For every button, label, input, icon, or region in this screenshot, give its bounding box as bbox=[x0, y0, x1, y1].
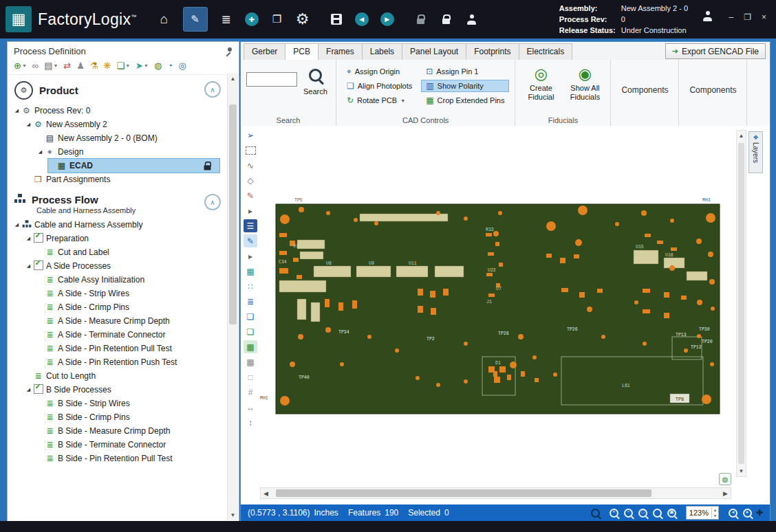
close-button[interactable]: × bbox=[762, 12, 766, 22]
expand-draw-icon[interactable]: ▸ bbox=[244, 250, 257, 263]
tree-item[interactable]: ◢Cable and Harness Assembly bbox=[13, 218, 226, 232]
tree-item[interactable]: ▦ECAD bbox=[48, 159, 219, 173]
flask-icon[interactable]: ⚗ bbox=[90, 61, 98, 70]
collapse-process-flow-button[interactable]: ∧ bbox=[204, 194, 221, 210]
tree-item[interactable]: ≣Cable Assy Initialization bbox=[36, 273, 226, 287]
pin-icon[interactable] bbox=[225, 47, 233, 56]
tab-footprints[interactable]: Footprints bbox=[466, 43, 519, 60]
pcb-canvas[interactable]: ➢∿◇✎▸☰✎▸▦∷≣❏❏▦▦□#↔↕ TP8TP5MH3MH1TP40L61D… bbox=[241, 126, 770, 505]
copper-bottom-icon[interactable]: ❏ bbox=[244, 325, 257, 338]
zoom-previous-icon[interactable]: ◂ bbox=[729, 509, 737, 518]
expander-icon[interactable]: ◢ bbox=[13, 222, 21, 228]
suspend-icon[interactable]: ◎ bbox=[178, 61, 186, 70]
grid-outline-icon[interactable]: □ bbox=[244, 370, 257, 384]
back-icon[interactable]: ◀ bbox=[355, 8, 369, 30]
maximize-button[interactable]: ❐ bbox=[744, 12, 751, 22]
component-grid-icon[interactable]: ▦ bbox=[244, 340, 257, 353]
tree-item[interactable]: ◢⚙Process Rev: 0 bbox=[13, 104, 226, 118]
left-panel-scrollbar[interactable]: ▲ ▼ bbox=[227, 74, 238, 520]
tree-item[interactable]: ≣A Side - Terminate Connector bbox=[36, 328, 226, 342]
crop-extended-pins-button[interactable]: ▦Crop Extended Pins bbox=[421, 94, 509, 107]
dot-grid-icon[interactable]: ∷ bbox=[244, 280, 257, 293]
zoom-window-icon[interactable]: □ bbox=[638, 509, 647, 518]
tab-pcb[interactable]: PCB bbox=[285, 43, 319, 60]
scrollbar-thumb[interactable] bbox=[229, 104, 237, 324]
spinner-up-icon[interactable]: ▲ bbox=[712, 507, 718, 513]
user-profile-icon[interactable] bbox=[702, 11, 713, 24]
expander-icon[interactable]: ◢ bbox=[25, 236, 32, 241]
marquee-select-icon[interactable] bbox=[244, 144, 257, 157]
send-icon[interactable]: ➤▼ bbox=[136, 61, 149, 70]
tree-item[interactable]: ≣A Side - Measure Crimp Depth bbox=[36, 314, 226, 328]
hash-grid-icon[interactable]: # bbox=[244, 386, 257, 399]
save-icon[interactable] bbox=[330, 8, 343, 30]
zoom-selection-icon[interactable]: ▣ bbox=[667, 509, 676, 518]
zoom-in-icon[interactable]: + bbox=[610, 509, 618, 518]
pan-zoom-icon[interactable] bbox=[591, 509, 600, 518]
lock-icon[interactable] bbox=[440, 8, 453, 30]
scroll-up-icon[interactable]: ▲ bbox=[228, 74, 238, 84]
spinner-down-icon[interactable]: ▼ bbox=[712, 513, 718, 518]
show-polarity-button[interactable]: ▥Show Polarity bbox=[421, 80, 509, 92]
layer-stack-icon[interactable]: ≣ bbox=[244, 295, 257, 308]
rotate-pcb-button[interactable]: ↻Rotate PCB▼ bbox=[342, 94, 417, 107]
layers-flyout-tab[interactable]: ❖ Layers bbox=[748, 131, 763, 173]
documents-icon[interactable]: ❐ bbox=[270, 8, 284, 30]
add-icon[interactable]: ⊕▼ bbox=[14, 61, 27, 70]
tree-item[interactable]: ≣A Side - Pin Retention Pull Test bbox=[36, 342, 226, 355]
tree-item[interactable]: ≣Cut and Label bbox=[36, 245, 226, 259]
tree-item[interactable]: ≣B Side - Pin Retention Pull Test bbox=[36, 452, 226, 465]
expander-icon[interactable]: ◢ bbox=[25, 263, 32, 269]
tab-frames[interactable]: Frames bbox=[318, 43, 363, 60]
scrollbar-thumb[interactable] bbox=[276, 489, 651, 497]
tree-item[interactable]: ≣B Side - Strip Wires bbox=[36, 397, 226, 410]
checklist-icon[interactable]: ✎ bbox=[183, 7, 208, 32]
scroll-down-icon[interactable]: ▼ bbox=[228, 510, 238, 520]
zoom-level-spinner[interactable]: 123% ▲▼ bbox=[686, 506, 719, 520]
tree-item[interactable]: ◢⌖Design bbox=[36, 145, 226, 159]
tree-item[interactable]: ≣Cut to Length bbox=[25, 369, 226, 383]
zoom-spinner-arrows[interactable]: ▲▼ bbox=[711, 507, 718, 518]
align-photoplots-button[interactable]: ❏Align Photoplots bbox=[342, 80, 417, 92]
transfer-icon[interactable]: ⇄ bbox=[63, 61, 71, 70]
tree-item[interactable]: ▤New Assembly 2 - 0 (BOM) bbox=[36, 131, 226, 145]
move-horizontal-icon[interactable]: ↔ bbox=[244, 401, 257, 414]
tab-electricals[interactable]: Electricals bbox=[519, 43, 573, 60]
tab-gerber[interactable]: Gerber bbox=[244, 43, 285, 60]
canvas-vertical-scrollbar[interactable]: ▲ ▼ bbox=[736, 130, 746, 477]
tab-panel-layout[interactable]: Panel Layout bbox=[402, 43, 466, 60]
zoom-extents-icon[interactable] bbox=[653, 509, 662, 518]
tree-item[interactable]: ≣A Side - Crimp Pins bbox=[36, 300, 226, 314]
highlight-icon[interactable]: ❋ bbox=[104, 61, 111, 70]
materials-icon[interactable]: ≣ bbox=[219, 8, 233, 30]
tree-item[interactable]: ≣B Side - Measure Crimp Depth bbox=[36, 424, 226, 438]
show-all-fiducials-button[interactable]: ◉ Show All Fiducials bbox=[565, 65, 605, 115]
export-gencad-button[interactable]: ➔ Export GENCAD File bbox=[665, 43, 766, 59]
link-icon[interactable]: ∞ bbox=[32, 61, 39, 70]
tree-item[interactable]: ≣A Side - Strip Wires bbox=[36, 287, 226, 300]
search-input[interactable] bbox=[246, 72, 297, 87]
scroll-right-icon[interactable]: ▶ bbox=[720, 490, 731, 497]
collapse-product-button[interactable]: ∧ bbox=[204, 81, 221, 98]
tree-item[interactable]: ≣A Side - Pin Retention Push Test bbox=[36, 355, 226, 369]
home-icon[interactable]: ⌂ bbox=[158, 8, 171, 30]
tab-labels[interactable]: Labels bbox=[362, 43, 402, 60]
compass-icon[interactable]: ✚ bbox=[245, 8, 259, 30]
assign-pin1-button[interactable]: ⊡Assign Pin 1 bbox=[421, 65, 509, 78]
select-icon[interactable]: ➢ bbox=[244, 129, 257, 142]
expander-icon[interactable]: ◢ bbox=[13, 108, 21, 113]
print-icon[interactable]: ▤▼ bbox=[44, 61, 58, 70]
component-grid-alt-icon[interactable]: ▦ bbox=[244, 355, 257, 368]
unlock-icon[interactable] bbox=[414, 8, 428, 30]
scroll-up-icon[interactable]: ▲ bbox=[737, 131, 746, 141]
create-fiducial-button[interactable]: ◎ Create Fiducial bbox=[521, 65, 561, 115]
grid-snap-icon[interactable]: ▦ bbox=[244, 265, 257, 278]
tree-item[interactable]: ◢⚙New Assembly 2 bbox=[25, 118, 226, 131]
expander-icon[interactable]: ◢ bbox=[25, 122, 32, 127]
scroll-left-icon[interactable]: ◀ bbox=[261, 490, 271, 497]
user-icon[interactable]: ♟ bbox=[76, 61, 85, 70]
zoom-next-icon[interactable]: ▸ bbox=[743, 509, 752, 518]
layers-icon[interactable]: ❏▼ bbox=[116, 61, 130, 70]
settings-gear-icon[interactable]: ⚙ bbox=[296, 8, 310, 30]
hatch-fill-icon[interactable]: ☰ bbox=[244, 219, 257, 232]
